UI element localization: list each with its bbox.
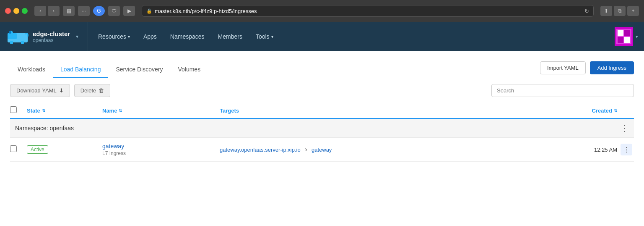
created-sort-icon: ⇅ (614, 108, 617, 113)
ingress-name-link[interactable]: gateway (102, 143, 220, 150)
namespace-row: Namespace: openfaas ⋮ (10, 119, 634, 138)
tabs-button[interactable]: ··· (78, 6, 90, 16)
forward-button[interactable]: › (48, 6, 60, 16)
search-input[interactable] (491, 84, 634, 97)
brand-section[interactable]: edge-cluster openfaas ▾ (0, 22, 88, 51)
svg-point-5 (9, 31, 11, 34)
col-created[interactable]: Created ⇅ (550, 108, 617, 114)
nav-members[interactable]: Members (211, 22, 249, 51)
select-all-checkbox[interactable] (10, 106, 17, 113)
row-checkbox[interactable] (10, 145, 17, 152)
lock-icon: 🔒 (146, 8, 152, 14)
avatar-sq4 (624, 37, 630, 43)
add-ingress-button[interactable]: Add Ingress (590, 61, 634, 74)
namespace-kebab-menu[interactable]: ⋮ (615, 123, 634, 133)
col-name-label: Name (102, 108, 117, 114)
tabs-actions: Import YAML Add Ingress (540, 61, 634, 78)
user-avatar[interactable] (615, 27, 633, 46)
created-time-label: 12:25 AM (594, 147, 617, 153)
download-yaml-button[interactable]: Download YAML ⬇ (10, 84, 70, 97)
nav-apps[interactable]: Apps (137, 22, 164, 51)
ingress-type-label: L7 Ingress (102, 150, 220, 156)
url-text: master.k8s.nth/p/c-lf4z9:p-htzd5/ingress… (155, 8, 257, 14)
svg-rect-4 (21, 41, 24, 44)
brand-logo (7, 28, 29, 45)
target-arrow-icon: › (305, 146, 307, 153)
target-dest-link[interactable]: gateway (312, 147, 332, 153)
nav-namespaces-label: Namespaces (170, 33, 205, 40)
select-all-checkbox-cell (10, 106, 27, 115)
tab-load-balancing[interactable]: Load Balancing (53, 62, 109, 78)
nav-resources-label: Resources (98, 33, 126, 40)
row-checkbox-cell (10, 145, 27, 154)
row-kebab-cell: ⋮ (617, 144, 634, 155)
user-dropdown-icon[interactable]: ▾ (633, 34, 641, 39)
avatar-sq2 (624, 30, 630, 36)
maximize-button[interactable] (22, 8, 28, 14)
status-badge: Active (27, 145, 48, 154)
col-targets-label: Targets (220, 108, 239, 114)
trash-icon: 🗑 (99, 87, 104, 94)
avatar-sq3 (618, 37, 623, 43)
target-host-link[interactable]: gateway.openfaas.server-ip.xip.io (220, 147, 301, 153)
delete-label: Delete (80, 87, 96, 94)
nav-members-label: Members (218, 33, 242, 40)
browser-actions: ⬆ ⧉ + (600, 6, 639, 16)
delete-button[interactable]: Delete 🗑 (74, 84, 111, 97)
reload-icon[interactable]: ↻ (584, 8, 589, 14)
content-area: Workloads Load Balancing Service Discove… (0, 55, 644, 162)
tabs-row: Workloads Load Balancing Service Discove… (10, 55, 634, 78)
brand-text: edge-cluster openfaas (33, 30, 70, 43)
download-yaml-label: Download YAML (16, 87, 57, 94)
table-header: State ⇅ Name ⇅ Targets Created ⇅ (10, 103, 634, 119)
col-state-label: State (27, 108, 40, 114)
nav-resources[interactable]: Resources ▾ (91, 22, 137, 51)
name-sort-icon: ⇅ (119, 108, 122, 113)
row-kebab-menu[interactable]: ⋮ (621, 144, 632, 155)
browser-chrome: ‹ › ▤ ··· G 🛡 ▶ 🔒 master.k8s.nth/p/c-lf4… (0, 0, 644, 22)
google-button[interactable]: G (93, 6, 105, 16)
browser-nav: ‹ › (34, 6, 60, 16)
tab-volumes[interactable]: Volumes (170, 62, 208, 78)
nav-namespaces[interactable]: Namespaces (164, 22, 211, 51)
minimize-button[interactable] (13, 8, 19, 14)
tab-service-discovery[interactable]: Service Discovery (108, 62, 170, 78)
toolbar: Download YAML ⬇ Delete 🗑 (10, 78, 634, 103)
row-name-cell: gateway L7 Ingress (102, 143, 220, 156)
address-bar[interactable]: 🔒 master.k8s.nth/p/c-lf4z9:p-htzd5/ingre… (142, 5, 594, 17)
col-name[interactable]: Name ⇅ (102, 108, 220, 114)
row-created-cell: 12:25 AM (550, 146, 617, 153)
play-button[interactable]: ▶ (123, 6, 135, 16)
namespace-group-label: Namespace: openfaas (15, 125, 74, 131)
col-targets: Targets (220, 108, 550, 114)
nav-links: Resources ▾ Apps Namespaces Members Tool… (88, 22, 615, 51)
table-row: Active gateway L7 Ingress gateway.openfa… (10, 138, 634, 162)
new-tab-button[interactable]: + (627, 6, 639, 16)
state-sort-icon: ⇅ (42, 108, 45, 113)
col-created-label: Created (592, 108, 612, 114)
nav-tools-label: Tools (256, 33, 270, 40)
nav-apps-label: Apps (143, 33, 157, 40)
cluster-dropdown-icon[interactable]: ▾ (76, 34, 78, 39)
nav-tools[interactable]: Tools ▾ (249, 22, 280, 51)
share-button[interactable]: ⬆ (600, 6, 612, 16)
import-yaml-button[interactable]: Import YAML (540, 61, 586, 74)
download-icon: ⬇ (59, 87, 64, 94)
tab-workloads[interactable]: Workloads (10, 62, 53, 78)
cluster-name: edge-cluster (33, 30, 70, 37)
svg-rect-3 (10, 41, 13, 44)
navbar: edge-cluster openfaas ▾ Resources ▾ Apps… (0, 22, 644, 51)
back-button[interactable]: ‹ (34, 6, 46, 16)
row-targets-cell: gateway.openfaas.server-ip.xip.io › gate… (220, 146, 550, 153)
tools-chevron-icon: ▾ (271, 34, 273, 39)
shield-button[interactable]: 🛡 (108, 6, 120, 16)
nav-right: ▾ (615, 27, 644, 46)
row-status-cell: Active (27, 145, 102, 154)
col-state[interactable]: State ⇅ (27, 108, 102, 114)
namespace-label: openfaas (33, 37, 70, 43)
duplicate-button[interactable]: ⧉ (614, 6, 626, 16)
resources-chevron-icon: ▾ (128, 34, 130, 39)
traffic-lights (5, 8, 28, 14)
sidebar-toggle-button[interactable]: ▤ (63, 6, 75, 16)
close-button[interactable] (5, 8, 11, 14)
